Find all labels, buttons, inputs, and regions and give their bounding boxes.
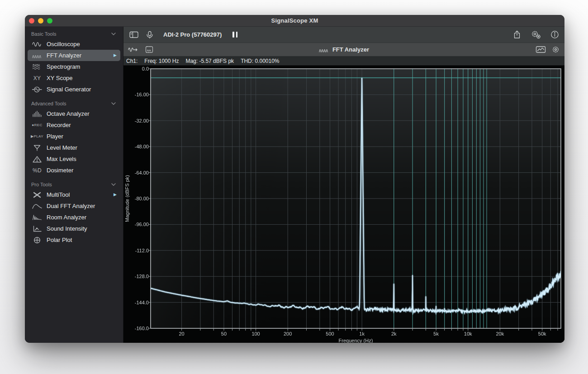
y-axis-title: Magnitude (dBFS pk) <box>124 167 130 230</box>
spectrogram-icon <box>30 63 44 71</box>
sidebar-item-label: Max Levels <box>47 156 76 162</box>
channel-label: Ch1: <box>126 58 138 64</box>
fft-toolbar: FFT Analyzer <box>123 43 564 57</box>
window-title: SignalScope XM <box>25 17 564 24</box>
section-header-basic-tools[interactable]: Basic Tools <box>25 28 123 38</box>
tools-sidebar: Basic ToolsOscilloscopeFFT Analyzer▶Spec… <box>25 27 123 343</box>
section-label: Pro Tools <box>31 182 52 187</box>
sidebar-item-fft-analyzer[interactable]: FFT Analyzer▶ <box>28 50 120 61</box>
sidebar-item-label: MultiTool <box>47 191 70 198</box>
sidebar-item-max-levels[interactable]: Max Levels <box>28 153 120 165</box>
sidebar-item-multitool[interactable]: MultiTool▶ <box>28 189 120 200</box>
sidebar-item-dosimeter[interactable]: %DDosimeter <box>28 165 120 176</box>
section-label: Basic Tools <box>31 31 56 37</box>
sidebar-item-level-meter[interactable]: Level Meter <box>28 142 120 153</box>
fft-spectrum-plot[interactable] <box>123 66 564 343</box>
sidebar-toggle-icon[interactable] <box>129 31 139 38</box>
sidebar-item-octave-analyzer[interactable]: Octave Analyzer <box>28 108 120 119</box>
spectrum-chart-area: 0.0-16.00-32.00-48.00-64.00-80.00-96.00-… <box>123 66 564 343</box>
audio-device-label[interactable]: ADI-2 Pro (57760297) <box>163 31 222 38</box>
magnitude-readout: Mag: -5.57 dBFS pk <box>185 58 234 64</box>
sidebar-item-label: Level Meter <box>47 144 77 151</box>
sidebar-item-label: Player <box>47 133 63 140</box>
sidebar-item-recorder[interactable]: ●RECRecorder <box>28 119 120 131</box>
sidebar-item-label: Dual FFT Analyzer <box>47 203 95 209</box>
tool-title: FFT Analyzer <box>123 46 564 53</box>
level-meter-icon <box>30 144 44 151</box>
pause-button[interactable] <box>232 32 237 38</box>
octave-bars-icon <box>30 110 44 118</box>
dual-fft-curve-icon <box>30 203 44 210</box>
play-icon: ▶PLAY <box>30 134 44 138</box>
desktop-background: SignalScope XM Basic ToolsOscilloscopeFF… <box>0 0 588 374</box>
sidebar-item-label: Spectrogram <box>47 63 80 70</box>
chart-display-icon[interactable] <box>536 46 546 53</box>
microphone-input-icon[interactable] <box>145 31 154 39</box>
sidebar-item-signal-generator[interactable]: Signal Generator <box>28 84 120 95</box>
chevron-down-icon <box>111 33 116 35</box>
fft-peaks-icon <box>319 46 329 53</box>
close-window-button[interactable] <box>29 18 34 24</box>
input-routing-icon[interactable] <box>128 46 138 53</box>
sidebar-item-sound-intensity[interactable]: Sound Intensity <box>28 223 120 234</box>
sine-wave-icon <box>30 41 44 48</box>
window-titlebar[interactable]: SignalScope XM <box>25 15 564 27</box>
sidebar-item-xy-scope[interactable]: XYXY Scope <box>28 72 120 84</box>
sidebar-item-label: FFT Analyzer <box>47 52 81 59</box>
sidebar-item-polar-plot[interactable]: Polar Plot <box>28 234 120 246</box>
sidebar-item-spectrogram[interactable]: Spectrogram <box>28 61 120 72</box>
sidebar-item-oscilloscope[interactable]: Oscilloscope <box>28 38 120 50</box>
sidebar-item-dual-fft-analyzer[interactable]: Dual FFT Analyzer <box>28 200 120 212</box>
app-window: SignalScope XM Basic ToolsOscilloscopeFF… <box>25 15 564 343</box>
tool-settings-gear-icon[interactable] <box>551 46 560 53</box>
chevron-down-icon <box>111 102 116 105</box>
share-icon[interactable] <box>512 30 522 39</box>
detach-arrow-icon[interactable]: ▶ <box>114 193 117 197</box>
info-icon[interactable] <box>550 30 559 39</box>
percent-d-icon: %D <box>30 167 44 174</box>
main-toolbar: ADI-2 Pro (57760297) <box>123 27 564 43</box>
capture-spectrum-icon[interactable] <box>145 46 154 53</box>
traffic-lights <box>25 18 52 24</box>
sidebar-item-label: Signal Generator <box>47 86 91 93</box>
section-header-pro-tools[interactable]: Pro Tools <box>25 179 123 189</box>
section-label: Advanced Tools <box>31 101 66 106</box>
sidebar-item-label: Room Analyzer <box>47 214 86 221</box>
thd-readout: THD: 0.00010% <box>241 58 279 64</box>
detach-arrow-icon[interactable]: ▶ <box>114 53 117 57</box>
sidebar-item-label: Dosimeter <box>47 167 73 174</box>
section-header-advanced-tools[interactable]: Advanced Tools <box>25 98 123 108</box>
xy-icon: XY <box>30 75 44 81</box>
tool-title-label: FFT Analyzer <box>332 46 369 53</box>
x-axis-title: Frequency (Hz) <box>151 338 561 343</box>
freq-readout: Freq: 1000 Hz <box>144 58 179 64</box>
signal-generator-icon <box>30 86 44 93</box>
main-panel: ADI-2 Pro (57760297) FFT <box>123 27 564 343</box>
zoom-window-button[interactable] <box>47 18 52 24</box>
sound-intensity-icon <box>30 225 44 232</box>
polar-plot-icon <box>30 237 44 244</box>
sidebar-item-label: Recorder <box>47 122 71 128</box>
minimize-window-button[interactable] <box>38 18 43 24</box>
sidebar-item-label: XY Scope <box>47 75 73 81</box>
sidebar-item-room-analyzer[interactable]: Room Analyzer <box>28 212 120 223</box>
chevron-down-icon <box>111 183 116 186</box>
room-decay-icon <box>30 214 44 221</box>
warning-triangle-icon <box>30 156 44 163</box>
sidebar-item-label: Oscilloscope <box>47 41 80 47</box>
sidebar-item-player[interactable]: ▶PLAYPlayer <box>28 131 120 142</box>
sidebar-item-label: Polar Plot <box>47 237 72 243</box>
app-settings-gears-icon[interactable] <box>531 30 541 39</box>
sidebar-item-label: Sound Intensity <box>47 225 87 232</box>
multitool-icon <box>30 191 44 199</box>
sidebar-item-label: Octave Analyzer <box>47 110 90 117</box>
fft-peaks-icon <box>30 52 44 59</box>
cursor-readout-bar: Ch1: Freq: 1000 Hz Mag: -5.57 dBFS pk TH… <box>123 57 564 66</box>
rec-icon: ●REC <box>30 123 44 127</box>
